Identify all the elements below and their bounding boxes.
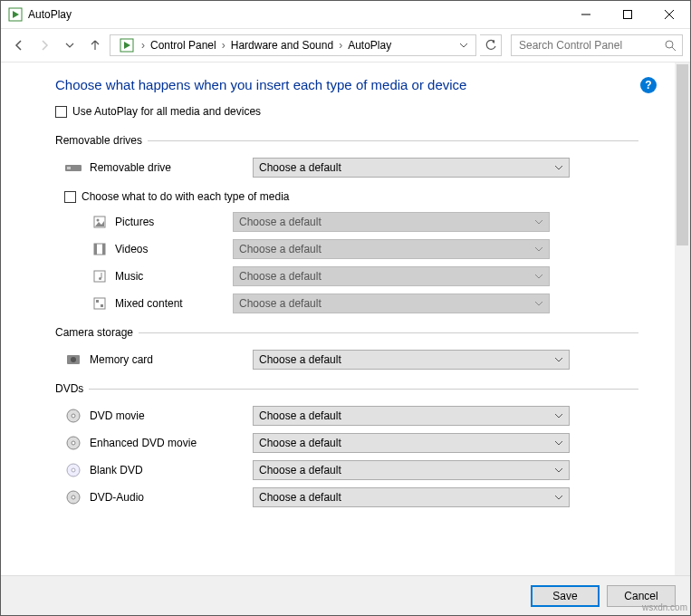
option-enhanced-dvd-movie: Enhanced DVD movie Choose a default bbox=[55, 429, 638, 457]
memory-card-icon bbox=[64, 351, 82, 369]
breadcrumb-item[interactable]: Hardware and Sound bbox=[227, 37, 337, 53]
scrollbar-thumb[interactable] bbox=[677, 64, 688, 245]
option-blank-dvd: Blank DVD Choose a default bbox=[55, 457, 638, 484]
option-dvd-audio: DVD-Audio Choose a default bbox=[55, 484, 638, 511]
option-dvd-movie: DVD movie Choose a default bbox=[55, 402, 638, 429]
select-enhanced-dvd-movie[interactable]: Choose a default bbox=[253, 433, 570, 453]
option-mixed-content: Mixed content Choose a default bbox=[91, 290, 638, 317]
use-autoplay-checkbox-row[interactable]: Use AutoPlay for all media and devices bbox=[55, 105, 638, 118]
select-removable-drive[interactable]: Choose a default bbox=[253, 158, 570, 178]
chevron-right-icon[interactable]: › bbox=[220, 39, 227, 52]
vertical-scrollbar[interactable] bbox=[675, 63, 690, 575]
select-blank-dvd[interactable]: Choose a default bbox=[253, 460, 570, 480]
svg-point-28 bbox=[72, 441, 75, 445]
group-legend: DVDs bbox=[55, 382, 89, 395]
chevron-down-icon bbox=[534, 245, 543, 254]
back-button[interactable] bbox=[8, 34, 30, 56]
chevron-down-icon bbox=[534, 217, 543, 226]
checkbox-icon[interactable] bbox=[55, 106, 67, 118]
svg-point-32 bbox=[72, 496, 75, 499]
option-label: Memory card bbox=[90, 353, 253, 366]
option-videos: Videos Choose a default bbox=[91, 236, 638, 263]
chevron-down-icon bbox=[554, 411, 563, 420]
svg-line-10 bbox=[672, 47, 676, 51]
disc-icon bbox=[64, 407, 82, 425]
chevron-down-icon bbox=[554, 466, 563, 475]
navbar: › Control Panel › Hardware and Sound › A… bbox=[1, 29, 690, 62]
disc-icon bbox=[64, 488, 82, 506]
chevron-down-icon[interactable] bbox=[456, 41, 472, 50]
svg-point-19 bbox=[99, 277, 101, 280]
disc-icon bbox=[64, 434, 82, 452]
close-button[interactable] bbox=[648, 1, 690, 28]
svg-rect-3 bbox=[624, 11, 632, 19]
chevron-down-icon bbox=[554, 493, 563, 502]
svg-rect-12 bbox=[67, 167, 71, 169]
chevron-down-icon bbox=[534, 299, 543, 308]
save-button[interactable]: Save bbox=[531, 585, 600, 607]
refresh-button[interactable] bbox=[480, 34, 502, 56]
option-label: Removable drive bbox=[90, 161, 253, 174]
group-legend: Removable drives bbox=[55, 134, 148, 147]
music-icon bbox=[91, 268, 108, 284]
option-music: Music Choose a default bbox=[91, 263, 638, 290]
svg-rect-16 bbox=[94, 244, 97, 255]
option-label: Mixed content bbox=[115, 297, 233, 310]
svg-point-30 bbox=[72, 468, 75, 472]
checkbox-icon[interactable] bbox=[64, 191, 76, 203]
option-pictures: Pictures Choose a default bbox=[91, 208, 638, 236]
chevron-down-icon bbox=[554, 355, 563, 364]
breadcrumb-item[interactable]: AutoPlay bbox=[344, 37, 395, 53]
select-music[interactable]: Choose a default bbox=[233, 266, 550, 286]
select-mixed-content[interactable]: Choose a default bbox=[233, 294, 550, 313]
select-dvd-movie[interactable]: Choose a default bbox=[253, 406, 570, 426]
search-input[interactable] bbox=[517, 38, 664, 53]
svg-rect-17 bbox=[102, 244, 105, 255]
autoplay-icon bbox=[118, 36, 136, 54]
breadcrumb[interactable]: › Control Panel › Hardware and Sound › A… bbox=[110, 34, 476, 56]
group-camera-storage: Camera storage Memory card Choose a defa… bbox=[55, 326, 638, 373]
select-videos[interactable]: Choose a default bbox=[233, 239, 550, 259]
select-pictures[interactable]: Choose a default bbox=[233, 212, 550, 232]
disc-icon bbox=[64, 461, 82, 479]
titlebar: AutoPlay bbox=[1, 1, 690, 28]
svg-rect-18 bbox=[94, 271, 105, 282]
svg-point-26 bbox=[72, 414, 75, 418]
autoplay-icon bbox=[8, 7, 23, 22]
drive-icon bbox=[64, 159, 82, 177]
option-label: Blank DVD bbox=[90, 464, 253, 476]
option-label: Pictures bbox=[115, 216, 233, 228]
search-icon[interactable] bbox=[664, 39, 677, 52]
group-removable-drives: Removable drives Removable drive Choose … bbox=[55, 134, 638, 317]
select-dvd-audio[interactable]: Choose a default bbox=[253, 487, 570, 507]
mixed-content-icon bbox=[91, 295, 108, 312]
autoplay-window: AutoPlay › Control Panel › Hardware and … bbox=[0, 0, 691, 616]
maximize-button[interactable] bbox=[607, 1, 648, 28]
option-label: Enhanced DVD movie bbox=[90, 437, 253, 449]
watermark: wsxdn.com bbox=[642, 602, 687, 612]
recent-locations-button[interactable] bbox=[59, 34, 81, 56]
group-legend: Camera storage bbox=[55, 326, 139, 339]
option-label: Music bbox=[115, 270, 233, 283]
chevron-down-icon bbox=[554, 163, 563, 172]
breadcrumb-item[interactable]: Control Panel bbox=[147, 37, 220, 53]
up-button[interactable] bbox=[84, 34, 106, 56]
page-heading: Choose what happens when you insert each… bbox=[55, 77, 638, 92]
checkbox-label: Use AutoPlay for all media and devices bbox=[72, 105, 261, 118]
minimize-button[interactable] bbox=[565, 1, 607, 28]
checkbox-label: Choose what to do with each type of medi… bbox=[82, 190, 289, 203]
help-icon[interactable]: ? bbox=[640, 77, 657, 93]
footer: Save Cancel bbox=[1, 575, 690, 615]
search-box[interactable] bbox=[511, 34, 683, 56]
option-memory-card: Memory card Choose a default bbox=[55, 346, 638, 373]
svg-point-14 bbox=[97, 219, 100, 222]
forward-button[interactable] bbox=[34, 34, 55, 56]
pictures-icon bbox=[91, 214, 108, 230]
content-area: ? Choose what happens when you insert ea… bbox=[1, 63, 675, 575]
chevron-right-icon[interactable]: › bbox=[139, 39, 147, 52]
window-title: AutoPlay bbox=[28, 8, 72, 21]
svg-point-9 bbox=[666, 41, 673, 48]
select-memory-card[interactable]: Choose a default bbox=[253, 350, 570, 370]
choose-media-type-checkbox-row[interactable]: Choose what to do with each type of medi… bbox=[64, 190, 638, 203]
chevron-right-icon[interactable]: › bbox=[337, 39, 344, 52]
